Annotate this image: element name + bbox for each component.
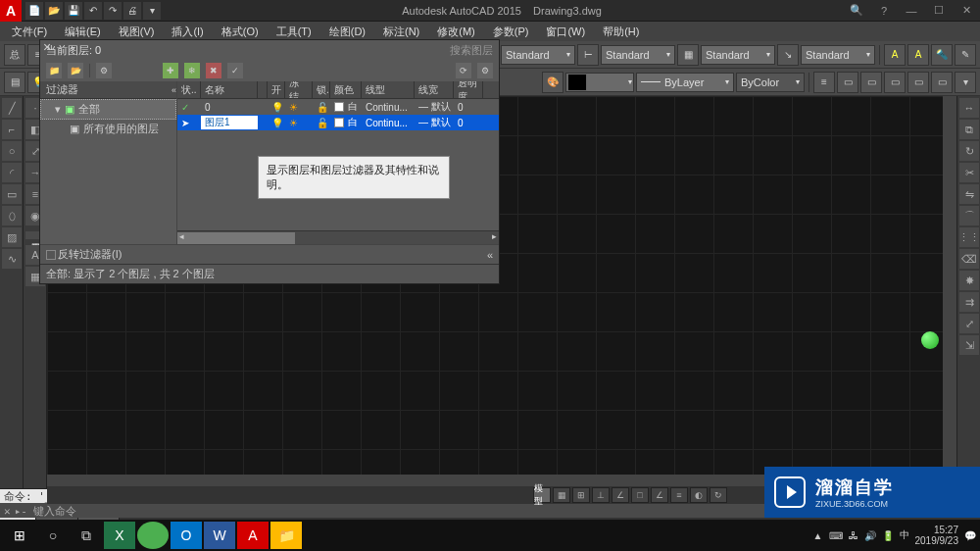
tray-network-icon[interactable]: 🖧 — [849, 530, 858, 541]
app-icon[interactable]: A — [0, 0, 22, 22]
explode-icon[interactable]: ✸ — [959, 271, 979, 290]
trans-cell[interactable]: 0 — [454, 102, 483, 113]
clock-time[interactable]: 15:27 — [915, 525, 959, 535]
help-icon[interactable]: ? — [870, 0, 898, 22]
snap-toggle-icon[interactable]: ⊞ — [572, 487, 590, 503]
tray-battery-icon[interactable]: 🔋 — [882, 530, 894, 541]
freeze-sun-icon[interactable]: ☀ — [285, 102, 313, 113]
minimize-icon[interactable]: — — [898, 0, 925, 22]
delete-layer-icon[interactable]: ✖ — [206, 63, 221, 78]
menu-format[interactable]: 格式(O) — [214, 23, 267, 41]
trim-icon[interactable]: ✂ — [959, 163, 979, 182]
scroll-left-icon[interactable]: ◂ — [179, 231, 184, 241]
scroll-right-icon[interactable]: ▸ — [492, 231, 497, 241]
color-cell[interactable]: 白 — [330, 116, 362, 129]
excel-icon[interactable]: X — [104, 522, 135, 549]
lock-icon[interactable]: 🔓 — [313, 102, 330, 113]
set-current-icon[interactable]: ✓ — [227, 63, 243, 78]
menu-dim[interactable]: 标注(N) — [375, 23, 427, 41]
color-cell[interactable]: 白 — [330, 100, 362, 114]
menu-tools[interactable]: 工具(T) — [269, 23, 319, 41]
hatch-icon[interactable]: ▨ — [2, 227, 22, 247]
new-filter-icon[interactable]: 📁 — [46, 63, 62, 78]
qat-save-icon[interactable]: 💾 — [65, 2, 82, 20]
menu-file[interactable]: 文件(F) — [4, 23, 55, 41]
otrack-toggle-icon[interactable]: ∠ — [651, 487, 668, 503]
settings-icon[interactable]: ⚙ — [477, 63, 493, 78]
dim-style-icon[interactable]: ⊢ — [577, 44, 599, 66]
mirror-icon[interactable]: ⇋ — [959, 184, 979, 204]
hdr-lock[interactable]: 锁.. — [313, 81, 330, 98]
taskview-icon[interactable]: ⧉ — [71, 522, 102, 549]
erase-icon[interactable]: ⌫ — [959, 249, 979, 269]
find-icon[interactable]: 🔦 — [931, 44, 953, 66]
menu-help[interactable]: 帮助(H) — [595, 23, 647, 41]
prop2-icon[interactable]: ▭ — [860, 72, 882, 93]
stretch-icon[interactable]: ⇲ — [959, 335, 979, 355]
clock-date[interactable]: 2019/9/23 — [915, 535, 959, 546]
notifications-icon[interactable]: 💬 — [964, 530, 976, 541]
ltype-cell[interactable]: Continu... — [362, 118, 415, 128]
mleader-style-combo[interactable]: Standard ▾ — [801, 45, 875, 65]
move-icon[interactable]: ↔ — [959, 98, 979, 118]
model-space-button[interactable]: 模型 — [533, 487, 551, 503]
qat-new-icon[interactable]: 📄 — [25, 2, 43, 20]
security-icon[interactable] — [137, 522, 169, 549]
table-style-combo[interactable]: Standard ▾ — [701, 45, 775, 65]
explorer-icon[interactable]: 📁 — [270, 522, 302, 549]
refresh-icon[interactable]: ⟳ — [456, 63, 471, 78]
pline-icon[interactable]: ⌐ — [2, 120, 22, 139]
lock-icon[interactable]: 🔓 — [313, 118, 330, 128]
lweight-cell[interactable]: — 默认 — [415, 100, 454, 114]
outlook-icon[interactable]: O — [171, 522, 202, 549]
layer-search-input[interactable]: 搜索图层 — [450, 43, 493, 58]
bycolor-combo[interactable]: ByColor ▾ — [736, 73, 805, 92]
trans-cell[interactable]: 0 — [454, 118, 483, 128]
menu-window[interactable]: 窗口(W) — [538, 23, 593, 41]
mleader-style-icon[interactable]: ↘ — [777, 44, 799, 66]
lwt-toggle-icon[interactable]: ≡ — [670, 487, 688, 503]
dim-style-combo[interactable]: Standard ▾ — [601, 45, 675, 65]
new-layer-icon[interactable]: ✚ — [163, 63, 178, 78]
ellipse-icon[interactable]: ⬯ — [2, 206, 22, 225]
layer-mgr-icon[interactable]: ▤ — [4, 72, 25, 93]
freeze-sun-icon[interactable]: ☀ — [285, 118, 313, 128]
new-group-icon[interactable]: 📂 — [68, 63, 83, 78]
text-style-combo[interactable]: Standard ▾ — [501, 45, 575, 65]
qat-more-icon[interactable]: ▾ — [143, 2, 161, 20]
search-icon[interactable]: 🔍 — [843, 0, 870, 22]
annotate-a2-icon[interactable]: A — [907, 44, 929, 66]
invert-filter-row[interactable]: 反转过滤器(I) « — [40, 244, 499, 264]
word-icon[interactable]: W — [204, 522, 235, 549]
cycle-toggle-icon[interactable]: ↻ — [710, 487, 727, 503]
panel-close-icon[interactable]: × — [39, 39, 55, 55]
hdr-status[interactable]: 状.. — [177, 81, 201, 98]
qat-redo-icon[interactable]: ↷ — [104, 2, 122, 20]
color-icon[interactable]: 🎨 — [542, 72, 564, 93]
spline-icon[interactable]: ∿ — [2, 249, 22, 269]
fillet-icon[interactable]: ⌒ — [959, 206, 979, 225]
on-bulb-icon[interactable]: 💡 — [268, 102, 285, 113]
array-icon[interactable]: ⋮⋮ — [959, 227, 979, 247]
rotate-icon[interactable]: ↻ — [959, 141, 979, 161]
prop4-icon[interactable]: ▭ — [907, 72, 929, 93]
style-icon[interactable]: ✎ — [955, 44, 976, 66]
osnap-toggle-icon[interactable]: □ — [631, 487, 649, 503]
menu-view[interactable]: 视图(V) — [111, 23, 163, 41]
line-icon[interactable]: ╱ — [2, 98, 22, 118]
linetype-combo[interactable]: ByLayer ▾ — [636, 73, 734, 92]
layer-row-1[interactable]: ➤ 图层1 💡 ☀ 🔓 白 Continu... — 默认 0 — [177, 115, 499, 130]
tree-root-all[interactable]: ▾ ▣ 全部 — [40, 99, 176, 120]
table-style-icon[interactable]: ▦ — [677, 44, 699, 66]
circle-icon[interactable]: ○ — [2, 141, 22, 161]
viewcube-2d-icon[interactable] — [921, 331, 939, 349]
offset-icon[interactable]: ⇉ — [959, 292, 979, 312]
qat-plot-icon[interactable]: 🖨 — [123, 2, 141, 20]
tree-used-layers[interactable]: ▣ 所有使用的图层 — [40, 120, 176, 138]
tray-icon[interactable]: ▲ — [813, 530, 823, 541]
hdr-name[interactable]: 名称 — [201, 81, 258, 98]
rect-icon[interactable]: ▭ — [2, 184, 22, 204]
cortana-icon[interactable]: ○ — [37, 522, 69, 549]
tray-input-icon[interactable]: ⌨ — [829, 530, 843, 541]
scroll-thumb[interactable] — [177, 232, 295, 244]
